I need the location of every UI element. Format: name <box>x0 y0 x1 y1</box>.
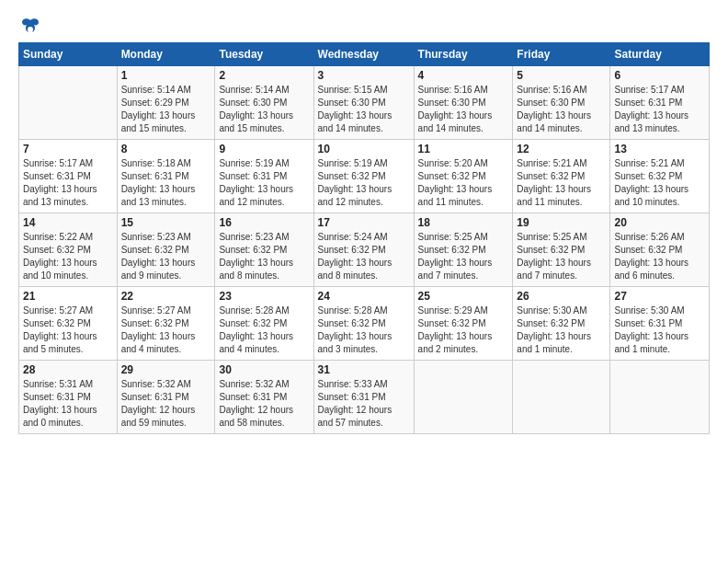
day-number: 10 <box>318 143 410 155</box>
day-info: Sunrise: 5:29 AM Sunset: 6:32 PM Dayligh… <box>418 304 509 356</box>
calendar-cell: 6Sunrise: 5:17 AM Sunset: 6:31 PM Daylig… <box>610 66 710 140</box>
day-number: 21 <box>23 290 113 303</box>
day-number: 15 <box>121 216 211 229</box>
calendar-cell: 17Sunrise: 5:24 AM Sunset: 6:32 PM Dayli… <box>313 213 414 287</box>
day-info: Sunrise: 5:20 AM Sunset: 6:32 PM Dayligh… <box>418 157 509 209</box>
calendar-cell: 9Sunrise: 5:19 AM Sunset: 6:31 PM Daylig… <box>215 140 313 213</box>
calendar-cell: 29Sunrise: 5:32 AM Sunset: 6:31 PM Dayli… <box>117 361 215 434</box>
day-info: Sunrise: 5:25 AM Sunset: 6:32 PM Dayligh… <box>418 231 509 282</box>
calendar-cell: 8Sunrise: 5:18 AM Sunset: 6:31 PM Daylig… <box>117 140 215 213</box>
day-info: Sunrise: 5:19 AM Sunset: 6:31 PM Dayligh… <box>219 157 309 209</box>
day-number: 5 <box>517 69 606 82</box>
calendar-cell: 23Sunrise: 5:28 AM Sunset: 6:32 PM Dayli… <box>215 287 313 361</box>
day-number: 1 <box>121 69 211 82</box>
calendar-cell: 3Sunrise: 5:15 AM Sunset: 6:30 PM Daylig… <box>313 66 414 140</box>
day-info: Sunrise: 5:14 AM Sunset: 6:29 PM Dayligh… <box>121 84 211 135</box>
calendar-cell: 19Sunrise: 5:25 AM Sunset: 6:32 PM Dayli… <box>513 213 610 287</box>
col-thursday: Thursday <box>414 43 513 66</box>
col-tuesday: Tuesday <box>215 43 313 66</box>
day-number: 6 <box>614 69 705 82</box>
calendar-cell: 26Sunrise: 5:30 AM Sunset: 6:32 PM Dayli… <box>513 287 610 361</box>
day-number: 11 <box>418 143 509 155</box>
day-info: Sunrise: 5:16 AM Sunset: 6:30 PM Dayligh… <box>517 84 606 135</box>
calendar-header-row: Sunday Monday Tuesday Wednesday Thursday… <box>19 43 710 66</box>
calendar-cell: 1Sunrise: 5:14 AM Sunset: 6:29 PM Daylig… <box>117 66 215 140</box>
calendar-cell: 18Sunrise: 5:25 AM Sunset: 6:32 PM Dayli… <box>414 213 513 287</box>
day-info: Sunrise: 5:27 AM Sunset: 6:32 PM Dayligh… <box>121 304 211 356</box>
day-info: Sunrise: 5:14 AM Sunset: 6:30 PM Dayligh… <box>219 84 309 135</box>
col-monday: Monday <box>117 43 215 66</box>
day-number: 31 <box>318 363 410 376</box>
day-number: 14 <box>23 216 113 229</box>
day-info: Sunrise: 5:32 AM Sunset: 6:31 PM Dayligh… <box>121 378 211 430</box>
day-number: 2 <box>219 69 309 82</box>
day-number: 17 <box>318 216 410 229</box>
day-number: 7 <box>23 143 113 155</box>
day-info: Sunrise: 5:24 AM Sunset: 6:32 PM Dayligh… <box>318 231 410 282</box>
calendar-cell: 21Sunrise: 5:27 AM Sunset: 6:32 PM Dayli… <box>19 287 118 361</box>
day-number: 8 <box>121 143 211 155</box>
calendar-cell: 4Sunrise: 5:16 AM Sunset: 6:30 PM Daylig… <box>414 66 513 140</box>
day-info: Sunrise: 5:16 AM Sunset: 6:30 PM Dayligh… <box>418 84 509 135</box>
calendar-cell: 12Sunrise: 5:21 AM Sunset: 6:32 PM Dayli… <box>513 140 610 213</box>
day-info: Sunrise: 5:21 AM Sunset: 6:32 PM Dayligh… <box>614 157 705 209</box>
day-number: 4 <box>418 69 509 82</box>
day-info: Sunrise: 5:27 AM Sunset: 6:32 PM Dayligh… <box>23 304 113 356</box>
day-number: 13 <box>614 143 705 155</box>
day-number: 28 <box>23 363 113 376</box>
day-number: 3 <box>318 69 410 82</box>
calendar-cell <box>513 361 610 434</box>
day-number: 30 <box>219 363 309 376</box>
calendar-table: Sunday Monday Tuesday Wednesday Thursday… <box>18 42 710 434</box>
calendar-cell: 22Sunrise: 5:27 AM Sunset: 6:32 PM Dayli… <box>117 287 215 361</box>
day-number: 12 <box>517 143 606 155</box>
day-info: Sunrise: 5:17 AM Sunset: 6:31 PM Dayligh… <box>23 157 113 209</box>
calendar-cell <box>610 361 710 434</box>
calendar-cell: 28Sunrise: 5:31 AM Sunset: 6:31 PM Dayli… <box>19 361 118 434</box>
calendar-cell: 7Sunrise: 5:17 AM Sunset: 6:31 PM Daylig… <box>19 140 118 213</box>
day-info: Sunrise: 5:23 AM Sunset: 6:32 PM Dayligh… <box>219 231 309 282</box>
day-number: 20 <box>614 216 705 229</box>
day-info: Sunrise: 5:26 AM Sunset: 6:32 PM Dayligh… <box>614 231 705 282</box>
col-saturday: Saturday <box>610 43 710 66</box>
day-info: Sunrise: 5:28 AM Sunset: 6:32 PM Dayligh… <box>219 304 309 356</box>
day-number: 9 <box>219 143 309 155</box>
day-info: Sunrise: 5:21 AM Sunset: 6:32 PM Dayligh… <box>517 157 606 209</box>
day-number: 24 <box>318 290 410 303</box>
day-info: Sunrise: 5:18 AM Sunset: 6:31 PM Dayligh… <box>121 157 211 209</box>
logo <box>18 17 40 37</box>
calendar-cell: 2Sunrise: 5:14 AM Sunset: 6:30 PM Daylig… <box>215 66 313 140</box>
calendar-cell: 5Sunrise: 5:16 AM Sunset: 6:30 PM Daylig… <box>513 66 610 140</box>
calendar-cell: 15Sunrise: 5:23 AM Sunset: 6:32 PM Dayli… <box>117 213 215 287</box>
day-number: 27 <box>614 290 705 303</box>
calendar-cell: 31Sunrise: 5:33 AM Sunset: 6:31 PM Dayli… <box>313 361 414 434</box>
calendar-cell: 24Sunrise: 5:28 AM Sunset: 6:32 PM Dayli… <box>313 287 414 361</box>
page: Sunday Monday Tuesday Wednesday Thursday… <box>0 0 728 443</box>
calendar-cell: 27Sunrise: 5:30 AM Sunset: 6:31 PM Dayli… <box>610 287 710 361</box>
col-sunday: Sunday <box>19 43 118 66</box>
col-wednesday: Wednesday <box>313 43 414 66</box>
calendar-cell: 11Sunrise: 5:20 AM Sunset: 6:32 PM Dayli… <box>414 140 513 213</box>
day-number: 26 <box>517 290 606 303</box>
day-number: 29 <box>121 363 211 376</box>
calendar-week-row: 7Sunrise: 5:17 AM Sunset: 6:31 PM Daylig… <box>19 140 710 213</box>
day-info: Sunrise: 5:30 AM Sunset: 6:31 PM Dayligh… <box>614 304 705 356</box>
calendar-cell: 10Sunrise: 5:19 AM Sunset: 6:32 PM Dayli… <box>313 140 414 213</box>
calendar-cell: 13Sunrise: 5:21 AM Sunset: 6:32 PM Dayli… <box>610 140 710 213</box>
logo-bird-icon <box>20 17 40 37</box>
calendar-week-row: 14Sunrise: 5:22 AM Sunset: 6:32 PM Dayli… <box>19 213 710 287</box>
day-info: Sunrise: 5:33 AM Sunset: 6:31 PM Dayligh… <box>318 378 410 430</box>
day-info: Sunrise: 5:31 AM Sunset: 6:31 PM Dayligh… <box>23 378 113 430</box>
day-info: Sunrise: 5:22 AM Sunset: 6:32 PM Dayligh… <box>23 231 113 282</box>
day-number: 16 <box>219 216 309 229</box>
col-friday: Friday <box>513 43 610 66</box>
day-info: Sunrise: 5:32 AM Sunset: 6:31 PM Dayligh… <box>219 378 309 430</box>
calendar-week-row: 28Sunrise: 5:31 AM Sunset: 6:31 PM Dayli… <box>19 361 710 434</box>
calendar-cell <box>414 361 513 434</box>
day-info: Sunrise: 5:28 AM Sunset: 6:32 PM Dayligh… <box>318 304 410 356</box>
day-number: 19 <box>517 216 606 229</box>
calendar-week-row: 1Sunrise: 5:14 AM Sunset: 6:29 PM Daylig… <box>19 66 710 140</box>
day-info: Sunrise: 5:15 AM Sunset: 6:30 PM Dayligh… <box>318 84 410 135</box>
day-info: Sunrise: 5:25 AM Sunset: 6:32 PM Dayligh… <box>517 231 606 282</box>
calendar-week-row: 21Sunrise: 5:27 AM Sunset: 6:32 PM Dayli… <box>19 287 710 361</box>
